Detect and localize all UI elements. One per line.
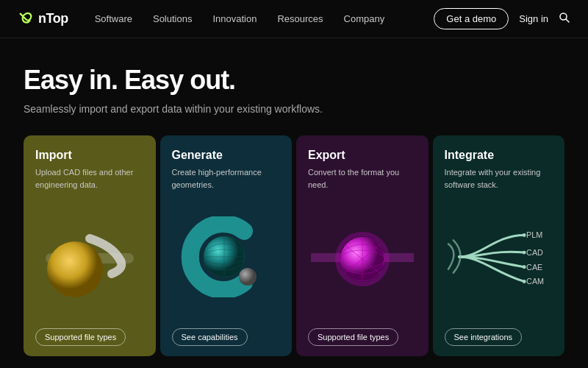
svg-text:CAM: CAM: [526, 277, 544, 286]
nav-software[interactable]: Software: [95, 13, 132, 24]
cards-grid: Import Upload CAD files and other engine…: [24, 135, 564, 356]
integrate-visual: PLM CAD CAE CAM: [445, 191, 553, 322]
nav-links: Software Solutions Innovation Resources …: [95, 13, 434, 24]
generate-visual: [172, 191, 281, 322]
hero-title: Easy in. Easy out.: [24, 65, 564, 96]
svg-point-25: [522, 251, 526, 255]
card-export: Export Convert to the format you need.: [296, 135, 429, 356]
nav-innovation[interactable]: Innovation: [212, 13, 257, 24]
generate-desc: Create high-performance geometries.: [172, 166, 281, 191]
export-btn[interactable]: Supported file types: [308, 328, 398, 346]
nav-resources[interactable]: Resources: [277, 13, 323, 24]
svg-point-10: [239, 268, 257, 286]
import-desc: Upload CAD files and other engineering d…: [35, 166, 144, 191]
import-visual: [35, 191, 144, 322]
export-visual: [308, 191, 417, 322]
logo[interactable]: nTop: [18, 11, 68, 27]
svg-point-24: [522, 233, 526, 237]
logo-text: nTop: [38, 11, 68, 26]
card-integrate: Integrate Integrate with your existing s…: [433, 135, 565, 356]
card-generate: Generate Create high-performance geometr…: [160, 135, 293, 356]
svg-point-26: [522, 265, 526, 269]
svg-line-1: [566, 19, 569, 22]
svg-text:CAD: CAD: [526, 248, 543, 257]
logo-icon: [18, 11, 34, 27]
nav-solutions[interactable]: Solutions: [153, 13, 192, 24]
import-title: Import: [35, 149, 144, 162]
export-desc: Convert to the format you need.: [308, 166, 417, 191]
main-nav: nTop Software Solutions Innovation Resou…: [0, 0, 588, 38]
integrate-desc: Integrate with your existing software st…: [445, 166, 553, 191]
get-demo-button[interactable]: Get a demo: [434, 8, 509, 29]
import-btn[interactable]: Supported file types: [35, 328, 126, 346]
export-title: Export: [308, 149, 417, 162]
integrate-title: Integrate: [445, 149, 553, 162]
search-icon[interactable]: [559, 12, 570, 26]
generate-btn[interactable]: See capabilities: [172, 328, 248, 346]
svg-point-27: [522, 280, 526, 283]
nav-company[interactable]: Company: [344, 13, 385, 24]
generate-title: Generate: [172, 149, 281, 162]
signin-link[interactable]: Sign in: [519, 13, 548, 24]
svg-text:PLM: PLM: [526, 230, 542, 239]
integrate-btn[interactable]: See integrations: [445, 328, 523, 346]
hero-subtitle: Seamlessly import and export data within…: [24, 103, 564, 115]
main-content: Easy in. Easy out. Seamlessly import and…: [0, 38, 588, 356]
card-import: Import Upload CAD files and other engine…: [24, 135, 156, 356]
svg-text:CAE: CAE: [526, 263, 542, 272]
nav-actions: Get a demo Sign in: [434, 8, 570, 29]
svg-point-3: [47, 241, 103, 297]
